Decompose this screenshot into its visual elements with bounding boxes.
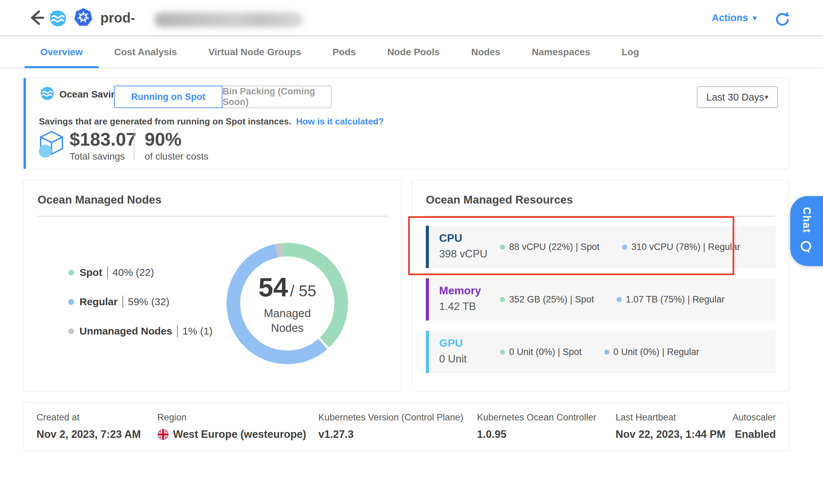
memory-stats: 352 GB (25%) | Spot 1.07 TB (75%) | Regu… <box>500 278 725 321</box>
chat-label: Chat <box>800 207 813 233</box>
chat-button[interactable]: Chat <box>790 196 823 266</box>
info-label: Last Heartbeat <box>616 412 725 423</box>
ocean-savings-card: Ocean Savings: Running on Spot Bin Packi… <box>24 78 789 169</box>
tab-label: Namespaces <box>532 47 590 58</box>
info-k8s-version: Kubernetes Version (Control Plane) v1.27… <box>318 412 463 441</box>
tab-label: Cost Analysis <box>114 47 177 58</box>
savings-description: Savings that are generated from running … <box>39 116 291 127</box>
legend-value: 59% (32) <box>128 296 170 308</box>
info-label: Kubernetes Version (Control Plane) <box>318 412 463 423</box>
gpu-name: GPU <box>439 337 500 350</box>
legend-item-unmanaged: Unmanaged Nodes 1% (1) <box>68 325 213 337</box>
info-value: West Europe (westeurope) <box>157 428 306 441</box>
memory-regular-stat: 1.07 TB (75%) | Regular <box>617 294 725 305</box>
memory-name: Memory <box>439 284 500 297</box>
divider <box>38 216 388 217</box>
tab-overview[interactable]: Overview <box>25 37 99 68</box>
stat-text: 1.07 TB (75%) | Regular <box>626 294 725 305</box>
vertical-divider <box>134 131 134 160</box>
regular-dot-icon <box>622 244 627 250</box>
total-count: / 55 <box>290 282 316 300</box>
tab-namespaces[interactable]: Namespaces <box>516 37 606 68</box>
info-label: Created at <box>37 412 141 423</box>
spot-dot-icon <box>500 244 505 250</box>
resource-rows: CPU 398 vCPU 88 vCPU (22%) | Spot 310 vC… <box>426 226 776 383</box>
tab-label: Log <box>622 47 639 58</box>
how-calculated-link[interactable]: How is it calculated? <box>296 116 384 127</box>
legend-label: Unmanaged Nodes <box>80 325 172 337</box>
nodes-card-title: Ocean Managed Nodes <box>38 193 161 206</box>
tab-virtual-node-groups[interactable]: Virtual Node Groups <box>193 37 317 68</box>
tab-label: Virtual Node Groups <box>208 47 301 58</box>
info-label: Region <box>157 412 306 423</box>
actions-button[interactable]: Actions ▾ <box>712 12 756 24</box>
legend-value: 40% (22) <box>113 267 154 278</box>
ocean-logo-icon <box>48 9 67 28</box>
tab-nodes[interactable]: Nodes <box>456 37 516 68</box>
legend-item-spot: Spot 40% (22) <box>68 266 213 279</box>
tab-log[interactable]: Log <box>606 37 655 68</box>
cpu-name-block: CPU 398 vCPU <box>439 226 500 268</box>
running-on-spot-button[interactable]: Running on Spot <box>114 86 222 108</box>
info-value: Nov 22, 2023, 1:44 PM <box>616 428 725 441</box>
regular-dot-icon <box>604 350 609 355</box>
kubernetes-logo-icon <box>73 8 93 28</box>
tab-bar: Overview Cost Analysis Virtual Node Grou… <box>0 37 823 68</box>
bin-packing-button[interactable]: Bin Packing (Coming Soon) <box>222 86 332 108</box>
back-arrow-icon[interactable] <box>27 8 46 27</box>
page: { "colors": { "accent_blue": "#3D8DF5", … <box>0 0 823 504</box>
donut-legend: Spot 40% (22) Regular 59% (32) Unmanaged… <box>68 266 213 337</box>
cpu-spot-stat: 88 vCPU (22%) | Spot <box>500 242 600 252</box>
app-header: prod- Actions ▾ <box>0 0 823 36</box>
info-created-at: Created at Nov 2, 2023, 7:23 AM <box>37 412 141 441</box>
info-value: Enabled <box>732 428 776 441</box>
info-value: 1.0.95 <box>477 428 596 441</box>
cpu-name: CPU <box>439 232 500 244</box>
tab-node-pools[interactable]: Node Pools <box>372 37 456 68</box>
info-value: v1.27.3 <box>318 428 463 441</box>
resources-card-title: Ocean Managed Resources <box>426 193 573 206</box>
chevron-down-icon: ▾ <box>765 93 768 102</box>
cpu-regular-stat: 310 vCPU (78%) | Regular <box>622 242 740 252</box>
savings-toggle: Running on Spot Bin Packing (Coming Soon… <box>114 86 332 108</box>
managed-resources-card: Ocean Managed Resources CPU 398 vCPU 88 … <box>412 180 789 391</box>
managed-nodes-card: Ocean Managed Nodes Spot 40% (22) Regula… <box>24 180 402 391</box>
tab-label: Overview <box>40 47 83 58</box>
chat-bubble-icon <box>799 240 814 255</box>
gpu-accent-bar <box>426 331 429 373</box>
gpu-total: 0 Unit <box>439 353 500 365</box>
unmanaged-dot-icon <box>68 328 74 334</box>
cpu-total: 398 vCPU <box>439 248 500 260</box>
info-ocean-controller: Kubernetes Ocean Controller 1.0.95 <box>477 412 596 441</box>
percent-value: 90% <box>145 129 182 150</box>
tab-cost-analysis[interactable]: Cost Analysis <box>99 37 193 68</box>
period-dropdown[interactable]: Last 30 Days ▾ <box>697 86 778 108</box>
stat-text: 352 GB (25%) | Spot <box>509 294 594 305</box>
period-value: Last 30 Days <box>706 92 764 103</box>
region-text: West Europe (westeurope) <box>173 428 306 441</box>
memory-spot-stat: 352 GB (25%) | Spot <box>500 294 594 305</box>
gpu-stats: 0 Unit (0%) | Spot 0 Unit (0%) | Regular <box>500 331 699 373</box>
ocean-wave-icon <box>39 86 55 101</box>
savings-description-row: Savings that are generated from running … <box>39 116 384 127</box>
tab-pods[interactable]: Pods <box>317 37 371 68</box>
cluster-title: prod- <box>100 10 135 26</box>
resource-row-gpu: GPU 0 Unit 0 Unit (0%) | Spot 0 Unit (0%… <box>426 331 776 373</box>
info-label: Autoscaler <box>732 412 776 423</box>
info-value: Nov 2, 2023, 7:23 AM <box>37 428 141 441</box>
cpu-stats: 88 vCPU (22%) | Spot 310 vCPU (78%) | Re… <box>500 226 740 268</box>
legend-separator <box>107 266 108 279</box>
tab-label: Node Pools <box>387 47 440 58</box>
refresh-icon[interactable] <box>775 11 790 27</box>
info-last-heartbeat: Last Heartbeat Nov 22, 2023, 1:44 PM <box>616 412 725 441</box>
gpu-spot-stat: 0 Unit (0%) | Spot <box>500 347 582 357</box>
donut-center-text: 54 / 55 Managed Nodes <box>222 239 352 368</box>
tab-label: Pods <box>332 47 356 58</box>
stat-text: 88 vCPU (22%) | Spot <box>509 242 600 252</box>
info-region: Region West Europe (westeurope) <box>157 412 306 441</box>
redacted-title-blur <box>154 12 303 27</box>
donut-center-label: Managed Nodes <box>251 306 323 336</box>
gpu-regular-stat: 0 Unit (0%) | Regular <box>604 347 699 357</box>
memory-total: 1.42 TB <box>439 300 500 313</box>
managed-count: 54 <box>258 272 288 303</box>
